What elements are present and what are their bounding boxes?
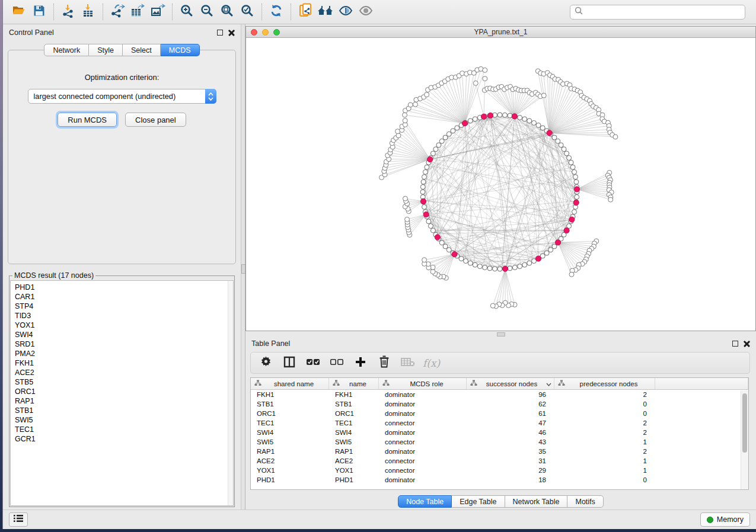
- network-node[interactable]: [430, 151, 435, 156]
- network-node[interactable]: [567, 156, 572, 161]
- result-list-item[interactable]: GCR1: [15, 434, 233, 444]
- network-node[interactable]: [572, 210, 577, 214]
- table-row[interactable]: ORC1ORC1dominator610: [251, 409, 748, 418]
- zoom-out-button[interactable]: [197, 2, 217, 21]
- close-panel-icon[interactable]: [228, 30, 235, 36]
- table-row[interactable]: FKH1FKH1dominator962: [251, 390, 748, 399]
- network-hub-node[interactable]: [512, 114, 517, 119]
- network-node[interactable]: [540, 126, 545, 130]
- network-hub-node[interactable]: [569, 217, 575, 222]
- network-node[interactable]: [451, 129, 455, 133]
- network-hub-node[interactable]: [502, 266, 508, 271]
- gear-button[interactable]: [257, 354, 275, 372]
- network-leaf-node[interactable]: [405, 217, 410, 222]
- float-table-panel-icon[interactable]: [732, 341, 738, 347]
- network-node[interactable]: [518, 264, 522, 269]
- search-input[interactable]: [583, 8, 741, 16]
- network-node[interactable]: [536, 123, 541, 127]
- delete-column-button[interactable]: [375, 354, 393, 372]
- result-list-item[interactable]: STB5: [15, 377, 233, 387]
- minimize-window-icon[interactable]: [262, 29, 269, 36]
- network-node[interactable]: [527, 261, 532, 265]
- table-row[interactable]: ACE2ACE2connector311: [251, 456, 748, 466]
- network-leaf-node[interactable]: [490, 303, 495, 308]
- table-row[interactable]: RAP1RAP1dominator352: [251, 447, 748, 456]
- network-hub-node[interactable]: [462, 121, 467, 126]
- vertical-splitter[interactable]: [241, 24, 245, 509]
- network-node[interactable]: [468, 261, 473, 265]
- network-node[interactable]: [564, 151, 569, 156]
- network-node[interactable]: [436, 143, 441, 148]
- network-node[interactable]: [430, 228, 435, 233]
- network-node[interactable]: [569, 160, 573, 165]
- network-node[interactable]: [483, 265, 487, 270]
- network-leaf-node[interactable]: [403, 118, 407, 123]
- deselect-all-button[interactable]: [328, 354, 346, 372]
- network-leaf-node[interactable]: [422, 258, 427, 262]
- network-node[interactable]: [512, 265, 517, 270]
- network-node[interactable]: [572, 169, 577, 174]
- apply-layout-button[interactable]: [266, 2, 286, 21]
- result-list-item[interactable]: RAP1: [15, 396, 233, 406]
- table-row[interactable]: STB1STB1dominator620: [251, 399, 748, 409]
- network-hub-node[interactable]: [574, 187, 579, 192]
- column-visibility-button[interactable]: [280, 354, 298, 372]
- network-hub-node[interactable]: [435, 235, 440, 240]
- network-node[interactable]: [446, 132, 451, 136]
- network-node[interactable]: [508, 113, 512, 118]
- run-mcds-button[interactable]: Run MCDS: [58, 113, 117, 127]
- share-document-button[interactable]: [295, 2, 315, 21]
- network-node[interactable]: [443, 244, 448, 249]
- result-list-item[interactable]: STP4: [15, 302, 233, 311]
- network-node[interactable]: [497, 113, 502, 117]
- result-list-item[interactable]: YOX1: [15, 321, 233, 330]
- network-leaf-node[interactable]: [483, 76, 487, 81]
- network-node[interactable]: [439, 241, 444, 245]
- table-row[interactable]: YOX1YOX1connector291: [251, 466, 748, 475]
- network-leaf-node[interactable]: [396, 133, 401, 138]
- network-node[interactable]: [425, 165, 429, 169]
- network-leaf-node[interactable]: [403, 196, 407, 201]
- network-node[interactable]: [575, 195, 579, 200]
- splitter-handle[interactable]: [241, 264, 245, 274]
- network-node[interactable]: [503, 113, 508, 117]
- network-node[interactable]: [552, 135, 557, 140]
- table-row[interactable]: PHD1PHD1dominator180: [251, 475, 748, 485]
- close-window-icon[interactable]: [251, 29, 257, 36]
- network-node[interactable]: [518, 115, 522, 120]
- network-node[interactable]: [468, 118, 473, 123]
- network-node[interactable]: [574, 180, 579, 184]
- table-row[interactable]: TEC1TEC1connector472: [251, 418, 748, 428]
- task-history-button[interactable]: [9, 512, 28, 527]
- network-hub-node[interactable]: [547, 130, 552, 136]
- network-node[interactable]: [548, 248, 553, 252]
- column-header-predecessor-nodes[interactable]: predecessor nodes: [554, 378, 655, 389]
- result-list-item[interactable]: ACE2: [15, 368, 233, 377]
- network-node[interactable]: [464, 259, 468, 264]
- save-session-button[interactable]: [29, 2, 49, 21]
- network-node[interactable]: [531, 120, 536, 125]
- network-node[interactable]: [423, 169, 428, 174]
- network-node[interactable]: [544, 251, 549, 255]
- memory-button[interactable]: Memory: [700, 512, 750, 527]
- open-session-button[interactable]: [9, 2, 29, 21]
- network-hub-node[interactable]: [423, 211, 429, 217]
- tab-network-table[interactable]: Network Table: [505, 495, 568, 508]
- export-image-button[interactable]: [148, 2, 168, 21]
- column-header-name[interactable]: name: [329, 378, 379, 389]
- network-leaf-node[interactable]: [425, 92, 429, 97]
- network-node[interactable]: [573, 175, 578, 180]
- result-list-item[interactable]: TEC1: [15, 425, 233, 434]
- network-node[interactable]: [459, 257, 464, 261]
- column-header-successor-nodes[interactable]: successor nodes: [467, 378, 554, 389]
- network-node[interactable]: [473, 117, 477, 121]
- network-hub-node[interactable]: [573, 200, 579, 205]
- hide-panel-button[interactable]: [336, 2, 356, 21]
- result-list-item[interactable]: STB1: [15, 406, 233, 415]
- import-table-button[interactable]: [78, 2, 98, 21]
- close-panel-button[interactable]: Close panel: [125, 113, 186, 127]
- network-leaf-node[interactable]: [569, 272, 574, 277]
- result-list-item[interactable]: SRD1: [15, 339, 233, 349]
- network-hub-node[interactable]: [564, 227, 569, 233]
- add-column-button[interactable]: [352, 354, 369, 372]
